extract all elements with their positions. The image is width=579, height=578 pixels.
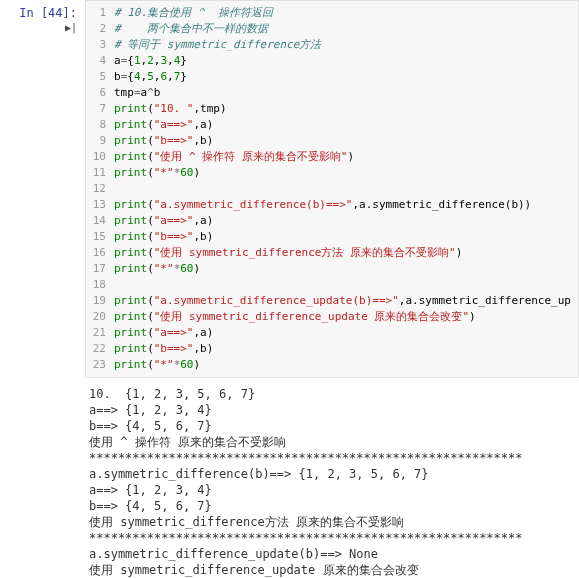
line-number: 8: [86, 117, 106, 133]
code-line[interactable]: print("a.symmetric_difference(b)==>",a.s…: [114, 197, 578, 213]
output-area: 10. {1, 2, 3, 5, 6, 7} a==> {1, 2, 3, 4}…: [85, 378, 579, 578]
line-number: 6: [86, 85, 106, 101]
line-number: 1: [86, 5, 106, 21]
line-number: 19: [86, 293, 106, 309]
run-icon[interactable]: ▶|: [65, 22, 77, 33]
code-cell: In [44]: ▶| 1234567891011121314151617181…: [0, 0, 579, 378]
line-number: 10: [86, 149, 106, 165]
code-line[interactable]: print("使用 ^ 操作符 原来的集合不受影响"): [114, 149, 578, 165]
code-line[interactable]: print("a==>",a): [114, 117, 578, 133]
line-number: 3: [86, 37, 106, 53]
line-number: 18: [86, 277, 106, 293]
code-line[interactable]: print("b==>",b): [114, 133, 578, 149]
code-line[interactable]: # 两个集合中不一样的数据: [114, 21, 578, 37]
code-editor[interactable]: 1234567891011121314151617181920212223 # …: [85, 0, 579, 378]
code-line[interactable]: [114, 181, 578, 197]
line-number: 16: [86, 245, 106, 261]
line-number: 23: [86, 357, 106, 373]
code-line[interactable]: print("*"*60): [114, 261, 578, 277]
line-number: 21: [86, 325, 106, 341]
code-line[interactable]: # 10.集合使用 ^ 操作符返回: [114, 5, 578, 21]
line-number: 22: [86, 341, 106, 357]
line-number: 2: [86, 21, 106, 37]
code-line[interactable]: print("a==>",a): [114, 213, 578, 229]
code-line[interactable]: print("10. ",tmp): [114, 101, 578, 117]
code-line[interactable]: b={4,5,6,7}: [114, 69, 578, 85]
line-number: 20: [86, 309, 106, 325]
code-line[interactable]: print("a.symmetric_difference_update(b)=…: [114, 293, 578, 309]
code-line[interactable]: print("使用 symmetric_difference_update 原来…: [114, 309, 578, 325]
line-gutter: 1234567891011121314151617181920212223: [86, 5, 114, 373]
line-number: 5: [86, 69, 106, 85]
line-number: 14: [86, 213, 106, 229]
code-line[interactable]: print("b==>",b): [114, 229, 578, 245]
line-number: 17: [86, 261, 106, 277]
code-line[interactable]: a={1,2,3,4}: [114, 53, 578, 69]
code-line[interactable]: print("a==>",a): [114, 325, 578, 341]
line-number: 13: [86, 197, 106, 213]
line-number: 9: [86, 133, 106, 149]
prompt-label: In [44]:: [19, 6, 77, 20]
code-line[interactable]: print("b==>",b): [114, 341, 578, 357]
code-line[interactable]: [114, 277, 578, 293]
code-line[interactable]: tmp=a^b: [114, 85, 578, 101]
line-number: 15: [86, 229, 106, 245]
code-line[interactable]: print("*"*60): [114, 357, 578, 373]
line-number: 12: [86, 181, 106, 197]
line-number: 11: [86, 165, 106, 181]
line-number: 7: [86, 101, 106, 117]
code-content[interactable]: # 10.集合使用 ^ 操作符返回# 两个集合中不一样的数据# 等同于 symm…: [114, 5, 578, 373]
code-line[interactable]: print("使用 symmetric_difference方法 原来的集合不受…: [114, 245, 578, 261]
line-number: 4: [86, 53, 106, 69]
code-line[interactable]: # 等同于 symmetric_difference方法: [114, 37, 578, 53]
input-prompt: In [44]: ▶|: [0, 0, 85, 378]
code-line[interactable]: print("*"*60): [114, 165, 578, 181]
